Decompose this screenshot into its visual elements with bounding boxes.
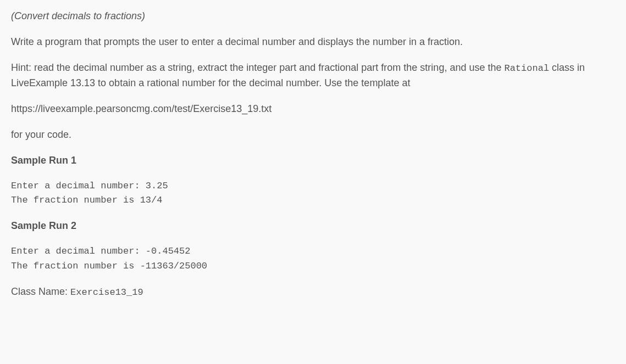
hint-paragraph: Hint: read the decimal number as a strin… [11,60,615,91]
sample-run-2-output: Enter a decimal number: -0.45452 The fra… [11,244,615,273]
class-name-value: Exercise13_19 [70,287,143,298]
class-name-line: Class Name: Exercise13_19 [11,284,615,300]
sample-run-1-output: Enter a decimal number: 3.25 The fractio… [11,179,615,208]
sample-run-2-heading: Sample Run 2 [11,219,615,233]
class-name-label: Class Name: [11,286,70,297]
hint-text-pre: Hint: read the decimal number as a strin… [11,62,504,73]
for-your-code: for your code. [11,127,615,142]
exercise-title: (Convert decimals to fractions) [11,9,615,24]
hint-code: Rational [504,63,549,74]
intro-paragraph: Write a program that prompts the user to… [11,35,615,49]
template-url: https://liveexample.pearsoncmg.com/test/… [11,102,615,116]
sample-run-1-heading: Sample Run 1 [11,153,615,168]
